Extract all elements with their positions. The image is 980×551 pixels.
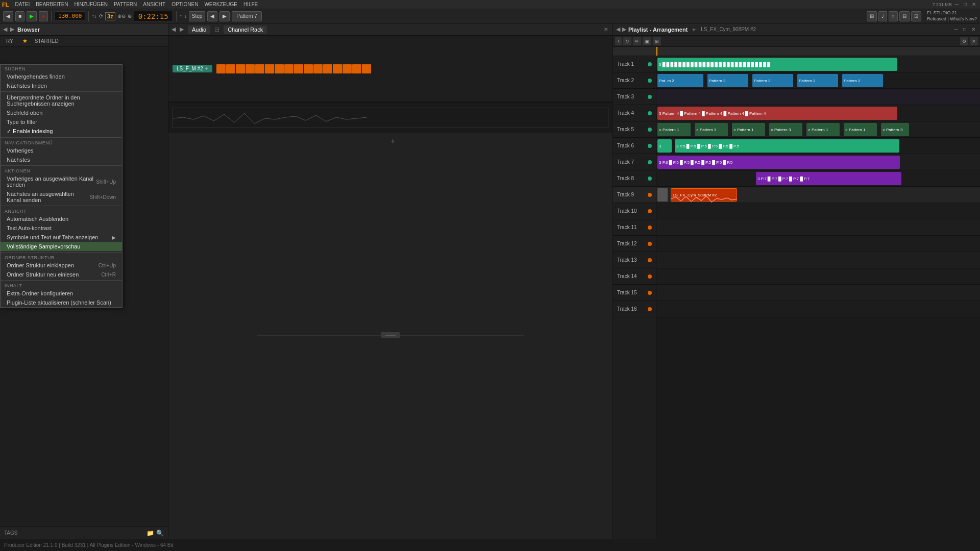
browser-nav-prev[interactable]: ◀: [3, 26, 7, 33]
audio-tab[interactable]: Audio: [188, 26, 210, 34]
ctx-item-nav-next[interactable]: Nächstes: [1, 155, 122, 164]
browser-btn2[interactable]: ⊡: [911, 11, 921, 21]
nav-prev-center[interactable]: ◀: [172, 26, 176, 33]
track-label-16[interactable]: Track 16: [613, 301, 656, 317]
ctx-item-rescan[interactable]: Ordner Struktur neu einlesen Ctrl+R: [1, 270, 122, 279]
ctx-item-extra-folder[interactable]: Extra-Ordner konfigurieren: [1, 289, 122, 298]
browser-tab-starred-label[interactable]: STARRED: [33, 37, 61, 45]
ctx-item-show-parents[interactable]: Übergeordnete Ordner in den Suchergebnis…: [1, 93, 122, 108]
pad-13[interactable]: [333, 64, 342, 73]
menu-ansicht[interactable]: ANSICHT: [140, 2, 168, 7]
pattern-6-2[interactable]: 3 P.5 █ P.5 █ P.5 █ P.5 █ P.5 █ P.5: [675, 139, 899, 153]
ctx-item-auto-contrast[interactable]: Text Auto-kontrast: [1, 223, 122, 233]
track-label-9[interactable]: Track 9: [613, 187, 656, 203]
track-label-10[interactable]: Track 10: [613, 203, 656, 219]
tags-folder-icon[interactable]: 📁: [146, 530, 154, 537]
track-label-5[interactable]: Track 5: [613, 121, 656, 138]
track-row-2[interactable]: Pat. m 2 Pattern 2 Pattern 2 Pattern 2 P…: [656, 72, 980, 89]
ctx-item-next-find[interactable]: Nächstes finden: [1, 81, 122, 90]
pattern-5-3[interactable]: × Pattern 1: [732, 123, 765, 136]
menu-werkzeuge[interactable]: WERKZEUGE: [201, 2, 240, 7]
prev-pattern-btn[interactable]: ◀: [3, 11, 13, 21]
pattern-5-4[interactable]: × Pattern 3: [769, 123, 802, 136]
pad-10[interactable]: [304, 64, 313, 73]
pattern-7-1[interactable]: 3 P.6 █ P.5 █ P.5 █ P.5 █ P.5 █ P.5 █ P.…: [657, 156, 900, 169]
track-label-12[interactable]: Track 12: [613, 236, 656, 252]
playlist-close[interactable]: ✕: [970, 27, 977, 32]
track-row-8[interactable]: 3 P.7 █ P.7 █ P.7 █ P.7 █ P.7: [656, 170, 980, 187]
track-row-6[interactable]: 3 3 P.5 █ P.5 █ P.5 █ P.5 █ P.5 █ P.5: [656, 138, 980, 154]
pattern-5-1[interactable]: × Pattern 1: [657, 123, 691, 136]
track-row-11[interactable]: [656, 219, 980, 236]
menu-optionen[interactable]: OPTIONEN: [168, 2, 201, 7]
pad-8[interactable]: [284, 64, 293, 73]
track-row-9[interactable]: LS_FX_Cym_908PM #2: [656, 187, 980, 203]
track-label-3[interactable]: Track 3: [613, 89, 656, 105]
ctx-item-send-next[interactable]: Nächstes an ausgewählten Kanal senden Sh…: [1, 189, 122, 205]
maximize-btn[interactable]: □: [962, 2, 969, 7]
track-row-10[interactable]: [656, 203, 980, 219]
minimize-btn[interactable]: ─: [953, 2, 961, 7]
channel-btn[interactable]: ⊟: [899, 11, 910, 21]
step-next[interactable]: ▶: [219, 11, 230, 21]
pattern-2-1[interactable]: Pat. m 2: [657, 74, 703, 87]
ctx-item-show-symbols[interactable]: Symbole und Text auf Tabs anzeigen ▶: [1, 233, 122, 242]
browser-nav-next[interactable]: ▶: [10, 26, 14, 33]
pattern-4-1[interactable]: 3 Pattern 4 █ Pattern 4 █ Pattern 4 █ Pa…: [657, 107, 897, 120]
playlist-maximize[interactable]: □: [962, 27, 968, 32]
step-btn[interactable]: Step: [189, 11, 206, 21]
ctx-item-plugin-list[interactable]: Plugin-Liste aktualisieren (schneller Sc…: [1, 298, 122, 307]
track-label-2[interactable]: Track 2: [613, 72, 656, 89]
pad-9[interactable]: [294, 64, 303, 73]
track-label-1[interactable]: Track 1: [613, 56, 656, 72]
track-label-6[interactable]: Track 6: [613, 138, 656, 154]
close-btn[interactable]: ✕: [970, 2, 978, 7]
pattern-8-1[interactable]: 3 P.7 █ P.7 █ P.7 █ P.7 █ P.7: [756, 172, 901, 185]
bpm-display[interactable]: 130.000: [55, 11, 85, 21]
ctx-item-collapse[interactable]: Ordner Struktur einklappen Ctrl+Up: [1, 261, 122, 270]
ctx-item-full-preview[interactable]: Vollständige Samplevorschau: [1, 242, 122, 251]
pl-settings-btn[interactable]: ⚙: [960, 37, 968, 45]
mixer-btn[interactable]: ⊞: [867, 11, 877, 21]
pad-4[interactable]: [246, 64, 255, 73]
pad-14[interactable]: [342, 64, 352, 73]
piano-btn[interactable]: ♩: [878, 11, 887, 21]
pattern-5-5[interactable]: × Pattern 1: [806, 123, 840, 136]
pattern-1-1[interactable]: 3 █ █ █ █ █ █ █ █ █ █ █ █ █ █ █ █ █ █ █ …: [657, 58, 897, 71]
record-btn[interactable]: ●: [39, 11, 48, 21]
track-row-16[interactable]: [656, 301, 980, 317]
browser-tab-starred[interactable]: ★: [19, 37, 31, 45]
pad-3[interactable]: [236, 64, 245, 73]
ctx-item-send-prev[interactable]: Vorheriges an ausgewählten Kanal senden …: [1, 174, 122, 189]
pattern-5-7[interactable]: × Pattern 3: [881, 123, 909, 136]
track-label-7[interactable]: Track 7: [613, 154, 656, 170]
pattern-selector[interactable]: Pattern 7: [232, 11, 262, 21]
menu-bearbeiten[interactable]: BEARBEITEN: [33, 2, 71, 7]
pattern-2-3[interactable]: Pattern 2: [752, 74, 793, 87]
ctx-item-enable-indexing[interactable]: ✓ Enable indexing: [1, 127, 122, 136]
playlist-minimize[interactable]: ─: [953, 27, 960, 32]
pad-6[interactable]: [265, 64, 274, 73]
track-row-3[interactable]: [656, 89, 980, 105]
playlist-nav-next[interactable]: ▶: [622, 26, 626, 33]
snap-down[interactable]: ↓: [184, 13, 187, 19]
pad-1[interactable]: [216, 64, 226, 73]
menu-datei[interactable]: DATEI: [12, 2, 33, 7]
pattern-2-2[interactable]: Pattern 2: [707, 74, 748, 87]
center-close-btn[interactable]: ✕: [602, 27, 609, 32]
step-prev[interactable]: ◀: [207, 11, 217, 21]
track-label-11[interactable]: Track 11: [613, 219, 656, 236]
track-row-4[interactable]: 3 Pattern 4 █ Pattern 4 █ Pattern 4 █ Pa…: [656, 105, 980, 121]
menu-hinzufuegen[interactable]: HINZUFÜGEN: [71, 2, 111, 7]
track-row-13[interactable]: [656, 252, 980, 268]
pattern-5-6[interactable]: × Pattern 1: [844, 123, 877, 136]
pattern-2-4[interactable]: Pattern 2: [797, 74, 838, 87]
pad-16[interactable]: [362, 64, 371, 73]
track-row-14[interactable]: [656, 268, 980, 285]
ctx-item-search-top[interactable]: Suchfeld oben: [1, 108, 122, 117]
menu-hilfe[interactable]: HILFE: [240, 2, 261, 7]
pad-7[interactable]: [275, 64, 284, 73]
pad-11[interactable]: [313, 64, 323, 73]
ctx-item-nav-prev[interactable]: Vorheriges: [1, 146, 122, 155]
pattern-6-1[interactable]: 3: [657, 139, 672, 153]
